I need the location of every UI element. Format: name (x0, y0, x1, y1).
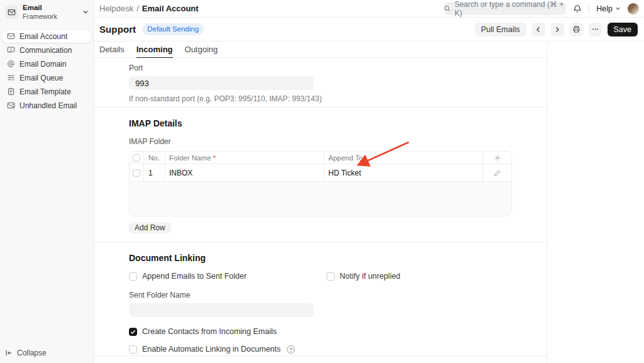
create-contacts-field[interactable]: Create Contacts from Incoming Emails (129, 327, 537, 336)
page-title: Support (99, 24, 136, 35)
email-app-icon (5, 6, 18, 19)
port-input[interactable] (129, 76, 314, 90)
help-circle-icon[interactable]: ? (287, 345, 295, 354)
document-linking-heading: Document Linking (129, 243, 537, 263)
sidebar-item-email-domain[interactable]: Email Domain (3, 58, 91, 70)
checkmark-icon (130, 329, 136, 335)
print-button[interactable] (570, 23, 583, 36)
row-folder-name-cell[interactable]: INBOX (165, 164, 324, 181)
row-append-to-cell[interactable]: HD Ticket (324, 164, 483, 181)
port-label: Port (129, 64, 537, 72)
append-sent-label: Append Emails to Sent Folder (142, 272, 247, 281)
auto-linking-field[interactable]: Enable Automatic Linking in Documents ? (129, 345, 537, 354)
next-record-button[interactable] (551, 23, 564, 36)
imap-details-heading: IMAP Details (129, 108, 537, 128)
navbar-divider (589, 4, 589, 13)
sidebar-item-email-queue[interactable]: Email Queue (3, 72, 91, 84)
port-help-text: If non-standard port (e.g. POP3: 995/110… (129, 94, 537, 103)
breadcrumb-separator: / (136, 4, 139, 13)
breadcrumb-page[interactable]: Email Account (142, 4, 199, 13)
notify-unreplied-field[interactable]: Notify if unreplied (326, 272, 401, 281)
document-icon (6, 87, 15, 96)
tab-bar: Details Incoming Outgoing (94, 42, 547, 58)
tab-outgoing[interactable]: Outgoing (185, 42, 218, 58)
prev-record-button[interactable] (532, 23, 545, 36)
sidebar-item-label: Email Template (19, 87, 71, 96)
collapse-label: Collapse (17, 349, 47, 357)
create-contacts-checkbox[interactable] (129, 328, 137, 336)
header-settings-cell (483, 152, 511, 164)
chevron-right-icon (554, 26, 560, 33)
required-asterisk: * (213, 154, 215, 162)
add-row-button[interactable]: Add Row (129, 222, 171, 233)
envelope-icon (6, 32, 15, 41)
help-menu[interactable]: Help (596, 4, 621, 13)
notify-unreplied-label: Notify if unreplied (340, 272, 401, 281)
imap-folder-table: No. Folder Name * Append To (129, 151, 512, 216)
save-button[interactable]: Save (608, 23, 638, 36)
header-folder-name-label: Folder Name (169, 154, 211, 162)
tab-incoming[interactable]: Incoming (136, 42, 173, 58)
breadcrumb-section[interactable]: Helpdesk (99, 4, 133, 13)
sidebar-item-communication[interactable]: Communication (3, 44, 91, 57)
table-row[interactable]: 1 INBOX HD Ticket (130, 164, 511, 181)
sidebar-item-label: Communication (19, 46, 72, 55)
pull-emails-button[interactable]: Pull Emails (475, 23, 526, 36)
auto-linking-checkbox[interactable] (129, 345, 137, 354)
more-menu-button[interactable] (589, 23, 602, 36)
sidebar-item-email-account[interactable]: Email Account (3, 30, 91, 43)
top-navbar: Helpdesk / Email Account Search or type … (94, 0, 644, 18)
search-input[interactable]: Search or type a command (⌘ + K) (444, 3, 566, 15)
pencil-icon[interactable] (494, 169, 501, 177)
app-subtitle: Framework (23, 13, 57, 21)
app-switcher[interactable]: Email Framework (0, 0, 94, 25)
envelope-x-icon (6, 101, 15, 110)
select-all-checkbox[interactable] (133, 154, 140, 162)
sent-folder-input[interactable] (129, 303, 314, 317)
form-content: Details Incoming Outgoing Port If non-st… (94, 42, 548, 363)
gear-icon[interactable] (494, 154, 501, 162)
queue-list-icon (6, 74, 15, 82)
collapse-icon (5, 349, 13, 357)
row-edit-cell (483, 164, 511, 181)
row-select-cell (130, 164, 144, 181)
notify-unreplied-checkbox[interactable] (326, 272, 335, 281)
page-actions: Pull Emails Save (475, 23, 638, 36)
sidebar-collapse-button[interactable]: Collapse (5, 349, 47, 357)
sidebar-item-label: Email Queue (19, 74, 63, 82)
table-empty-area (130, 181, 511, 216)
append-sent-checkbox[interactable] (129, 272, 137, 281)
row-checkbox[interactable] (133, 169, 140, 177)
ellipsis-icon (591, 25, 599, 33)
help-label: Help (596, 4, 613, 13)
default-sending-badge[interactable]: Default Sending (142, 23, 204, 35)
notifications-bell-icon[interactable] (573, 4, 582, 13)
header-select-cell (130, 152, 144, 164)
sidebar-item-unhandled-email[interactable]: Unhandled Email (3, 99, 91, 112)
auto-linking-label: Enable Automatic Linking in Documents (142, 345, 280, 354)
sidebar-item-email-template[interactable]: Email Template (3, 86, 91, 98)
chat-bubble-icon (6, 46, 15, 55)
row-no-cell: 1 (144, 164, 165, 181)
sidebar: Email Framework Email Account (0, 0, 94, 363)
header-no-cell: No. (144, 152, 165, 164)
at-sign-icon (6, 60, 15, 69)
section-imap-details: IMAP Details IMAP Folder No. Folder Name… (94, 108, 547, 243)
app-switcher-label: Email Framework (23, 4, 57, 21)
sidebar-item-label: Unhandled Email (19, 101, 77, 110)
append-sent-field[interactable]: Append Emails to Sent Folder (129, 272, 326, 281)
section-document-linking: Document Linking Append Emails to Sent F… (94, 243, 547, 356)
create-contacts-label: Create Contacts from Incoming Emails (142, 327, 277, 336)
sidebar-menu: Email Account Communication Email Domain (0, 30, 94, 112)
chevron-down-icon (82, 6, 89, 18)
navbar-actions: Search or type a command (⌘ + K) Help (444, 3, 639, 15)
user-avatar[interactable] (628, 3, 639, 14)
breadcrumb: Helpdesk / Email Account (99, 4, 199, 13)
tab-details[interactable]: Details (99, 42, 125, 58)
app-title: Email (23, 4, 57, 13)
printer-icon (572, 25, 580, 33)
search-icon (444, 5, 450, 12)
section-port: Port If non-standard port (e.g. POP3: 99… (94, 58, 547, 108)
imap-folder-label: IMAP Folder (129, 137, 537, 146)
header-append-to-cell: Append To (324, 152, 483, 164)
